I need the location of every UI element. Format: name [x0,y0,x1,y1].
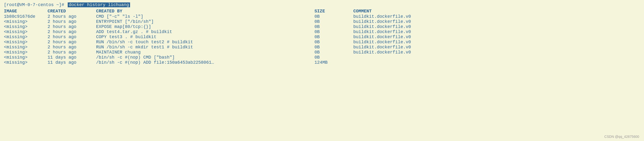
cell-image: <missing> [4,35,48,39]
header-image: IMAGE [4,9,48,14]
cell-image: <missing> [4,60,48,65]
cell-created-by: EXPOSE map[80/tcp:{}] [96,24,314,29]
cell-created: 2 hours ago [48,14,96,19]
cell-created: 11 days ago [48,60,96,65]
cell-image: <missing> [4,55,48,60]
cell-size: 0B [314,55,353,60]
cell-image: <missing> [4,45,48,50]
prompt: [root@VM-0-7-centos ~]# [4,3,64,7]
output-table: IMAGE CREATED CREATED BY SIZE COMMENT 1b… [4,9,640,65]
cell-size: 0B [314,24,353,29]
cell-created-by: /bin/sh -c #(nop) ADD file:150a6453ab225… [96,60,314,65]
cell-comment [353,60,640,65]
table-row: <missing>11 days ago/bin/sh -c #(nop) AD… [4,60,640,65]
table-row: <missing>2 hours agoENTRYPOINT ["/bin/sh… [4,19,640,24]
table-row: <missing>2 hours agoMAINTAINER chuang0Bb… [4,50,640,55]
cell-comment: buildkit.dockerfile.v0 [353,29,640,34]
cell-created: 2 hours ago [48,40,96,45]
cell-created: 2 hours ago [48,19,96,24]
cell-created: 2 hours ago [48,24,96,29]
table-row: <missing>2 hours agoEXPOSE map[80/tcp:{}… [4,24,640,29]
cell-image: <missing> [4,50,48,55]
cell-image: <missing> [4,29,48,34]
cell-size: 124MB [314,60,353,65]
cell-comment: buildkit.dockerfile.v0 [353,40,640,45]
cell-comment: buildkit.dockerfile.v0 [353,24,640,29]
header-created: CREATED [48,9,96,14]
cell-created-by: CMD ["-c" "ls -l"] [96,14,314,19]
header-comment: COMMENT [353,9,640,14]
cell-size: 0B [314,40,353,45]
table-row: <missing>2 hours agoRUN /bin/sh -c touch… [4,40,640,45]
cell-image: <missing> [4,40,48,45]
cell-comment: buildkit.dockerfile.v0 [353,19,640,24]
table-row: <missing>2 hours agoADD test4.tar.gz . #… [4,29,640,34]
command-line: [root@VM-0-7-centos ~]# docker history l… [4,3,640,7]
cell-created-by: MAINTAINER chuang [96,50,314,55]
cell-size: 0B [314,29,353,34]
command: docker history lichuang [68,3,130,7]
cell-created: 11 days ago [48,55,96,60]
cell-size: 0B [314,45,353,50]
table-row: 1b80c91676de2 hours agoCMD ["-c" "ls -l"… [4,14,640,19]
cell-created: 2 hours ago [48,50,96,55]
cell-comment: buildkit.dockerfile.v0 [353,50,640,55]
cell-created-by: RUN /bin/sh -c touch test2 # buildkit [96,40,314,45]
cell-created-by: ADD test4.tar.gz . # buildkit [96,29,314,34]
cell-image: <missing> [4,24,48,29]
cell-created: 2 hours ago [48,45,96,50]
cell-comment: buildkit.dockerfile.v0 [353,14,640,19]
header-size: SIZE [314,9,353,14]
terminal: [root@VM-0-7-centos ~]# docker history l… [4,3,640,65]
cell-created-by: ENTRYPOINT ["/bin/sh"] [96,19,314,24]
table-row: <missing>2 hours agoRUN /bin/sh -c mkdir… [4,45,640,50]
cell-created: 2 hours ago [48,29,96,34]
table-row: <missing>11 days ago/bin/sh -c #(nop) CM… [4,55,640,60]
cell-size: 0B [314,35,353,39]
header-created-by: CREATED BY [96,9,314,14]
cell-size: 0B [314,19,353,24]
cell-created-by: /bin/sh -c #(nop) CMD ["bash"] [96,55,314,60]
table-row: <missing>2 hours agoCOPY test3 . # build… [4,35,640,39]
cell-created-by: RUN /bin/sh -c mkdir test1 # buildkit [96,45,314,50]
cell-created-by: COPY test3 . # buildkit [96,35,314,39]
cell-image: 1b80c91676de [4,14,48,19]
watermark: CSDN @qq_42875600 [604,135,639,138]
table-body: 1b80c91676de2 hours agoCMD ["-c" "ls -l"… [4,14,640,65]
table-header: IMAGE CREATED CREATED BY SIZE COMMENT [4,9,640,14]
cell-comment: buildkit.dockerfile.v0 [353,45,640,50]
cell-comment [353,55,640,60]
cell-size: 0B [314,14,353,19]
cell-created: 2 hours ago [48,35,96,39]
cell-image: <missing> [4,19,48,24]
cell-comment: buildkit.dockerfile.v0 [353,35,640,39]
cell-size: 0B [314,50,353,55]
